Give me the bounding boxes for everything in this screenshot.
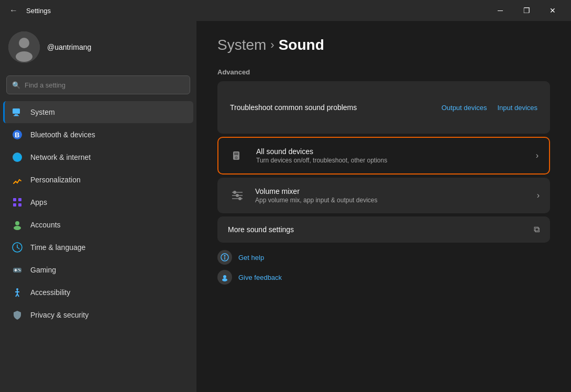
sidebar-item-label-accessibility: Accessibility — [30, 288, 70, 297]
avatar — [8, 31, 40, 63]
system-icon — [12, 106, 23, 118]
svg-point-24 — [16, 288, 18, 290]
volume-mixer-subtitle: App volume mix, app input & output devic… — [255, 197, 377, 204]
accounts-icon — [12, 219, 23, 231]
sidebar-item-label-bluetooth: Bluetooth & devices — [30, 130, 95, 139]
svg-point-22 — [18, 269, 19, 270]
help-section: Get help Give feedback — [217, 250, 550, 285]
apps-icon — [12, 197, 23, 208]
sidebar-item-network[interactable]: 🌐 Network & internet — [3, 146, 193, 168]
more-sound-settings-right: ⧉ — [534, 225, 540, 234]
sidebar-item-system[interactable]: System — [3, 101, 193, 123]
svg-rect-10 — [13, 198, 16, 201]
minimize-button[interactable]: ─ — [488, 2, 512, 19]
sidebar-item-label-time: Time & language — [30, 243, 85, 252]
all-sound-devices-right: › — [536, 151, 539, 160]
svg-point-23 — [19, 270, 20, 271]
sidebar-item-time[interactable]: Time & language — [3, 236, 193, 258]
svg-point-1 — [19, 38, 29, 48]
volume-mixer-left: Volume mixer App volume mix, app input &… — [228, 186, 377, 205]
restore-button[interactable]: ❐ — [514, 2, 539, 19]
svg-point-36 — [233, 191, 236, 194]
sidebar-item-label-privacy: Privacy & security — [30, 311, 89, 319]
all-sound-devices-subtitle: Turn devices on/off, troubleshoot, other… — [256, 157, 387, 164]
main-layout: @uantrimang 🔍 System — [0, 21, 571, 392]
user-info: @uantrimang — [47, 43, 91, 51]
time-icon — [12, 242, 23, 253]
svg-rect-13 — [18, 203, 21, 206]
sidebar: @uantrimang 🔍 System — [0, 21, 196, 392]
svg-rect-3 — [13, 108, 20, 114]
svg-point-14 — [15, 221, 19, 225]
titlebar: ← Settings ─ ❐ ✕ — [0, 0, 571, 21]
user-name: @uantrimang — [47, 43, 91, 51]
volume-mixer-row[interactable]: Volume mixer App volume mix, app input &… — [217, 178, 550, 213]
troubleshoot-card-inner[interactable]: Troubleshoot common sound problems Outpu… — [217, 81, 550, 134]
svg-point-43 — [222, 278, 227, 281]
breadcrumb-separator: › — [270, 38, 274, 52]
troubleshoot-links: Output devices Input devices — [442, 104, 537, 112]
svg-point-34 — [236, 194, 239, 197]
app-title: Settings — [26, 7, 51, 15]
svg-point-15 — [14, 226, 21, 230]
network-icon: 🌐 — [12, 151, 23, 163]
avatar-image — [8, 31, 40, 63]
svg-rect-5 — [14, 115, 19, 116]
volume-mixer-icon — [228, 186, 247, 205]
chevron-right-icon: › — [536, 151, 539, 160]
give-feedback-link[interactable]: Give feedback — [217, 270, 550, 285]
back-icon[interactable]: ← — [6, 4, 21, 17]
sidebar-item-personalization[interactable]: Personalization — [3, 169, 193, 191]
troubleshoot-card: Troubleshoot common sound problems Outpu… — [217, 81, 550, 134]
privacy-icon — [12, 309, 23, 321]
svg-rect-4 — [15, 114, 18, 115]
svg-text:B: B — [15, 131, 19, 139]
svg-point-42 — [223, 275, 226, 278]
bluetooth-icon: B — [12, 129, 23, 140]
user-profile[interactable]: @uantrimang — [0, 21, 196, 71]
volume-mixer-right: › — [537, 191, 540, 200]
breadcrumb: System › Sound — [217, 37, 550, 53]
input-devices-link[interactable]: Input devices — [497, 104, 537, 112]
section-advanced-heading: Advanced — [217, 68, 550, 76]
svg-rect-11 — [18, 198, 21, 201]
svg-line-18 — [17, 247, 19, 249]
output-devices-link[interactable]: Output devices — [442, 104, 487, 112]
give-feedback-label: Give feedback — [238, 274, 282, 281]
close-button[interactable]: ✕ — [541, 2, 565, 19]
sidebar-item-accounts[interactable]: Accounts — [3, 214, 193, 236]
all-sound-devices-title: All sound devices — [256, 147, 387, 156]
get-help-label: Get help — [238, 254, 264, 262]
breadcrumb-current: Sound — [279, 37, 324, 53]
svg-point-2 — [16, 51, 32, 62]
breadcrumb-parent[interactable]: System — [217, 37, 266, 53]
search-input[interactable] — [25, 81, 184, 89]
external-link-icon: ⧉ — [534, 225, 540, 234]
all-sound-devices-card: All sound devices Turn devices on/off, t… — [217, 137, 550, 175]
personalization-icon — [12, 174, 23, 186]
sidebar-item-label-apps: Apps — [30, 198, 47, 206]
gaming-icon — [12, 264, 23, 276]
titlebar-left: ← Settings — [6, 4, 51, 17]
svg-text:🌐: 🌐 — [14, 154, 22, 161]
sidebar-item-apps[interactable]: Apps — [3, 191, 193, 213]
more-sound-settings-card: More sound settings ⧉ — [217, 216, 550, 243]
more-sound-settings-row[interactable]: More sound settings ⧉ — [217, 216, 550, 243]
titlebar-controls: ─ ❐ ✕ — [488, 2, 565, 19]
all-sound-devices-row[interactable]: All sound devices Turn devices on/off, t… — [218, 138, 549, 173]
more-sound-settings-left: More sound settings — [228, 225, 294, 234]
svg-line-28 — [17, 294, 19, 297]
all-sound-devices-text: All sound devices Turn devices on/off, t… — [256, 147, 387, 164]
search-icon: 🔍 — [12, 81, 20, 89]
more-sound-settings-title: More sound settings — [228, 225, 294, 234]
sidebar-item-privacy[interactable]: Privacy & security — [3, 304, 193, 326]
sidebar-item-accessibility[interactable]: Accessibility — [3, 281, 193, 303]
get-help-link[interactable]: Get help — [217, 250, 550, 265]
volume-mixer-title: Volume mixer — [255, 187, 377, 195]
sidebar-item-bluetooth[interactable]: B Bluetooth & devices — [3, 124, 193, 146]
sidebar-item-label-system: System — [30, 108, 55, 116]
sound-device-icon — [229, 146, 248, 165]
sidebar-item-gaming[interactable]: Gaming — [3, 259, 193, 281]
sidebar-item-label-personalization: Personalization — [30, 176, 81, 184]
all-sound-devices-left: All sound devices Turn devices on/off, t… — [229, 146, 387, 165]
